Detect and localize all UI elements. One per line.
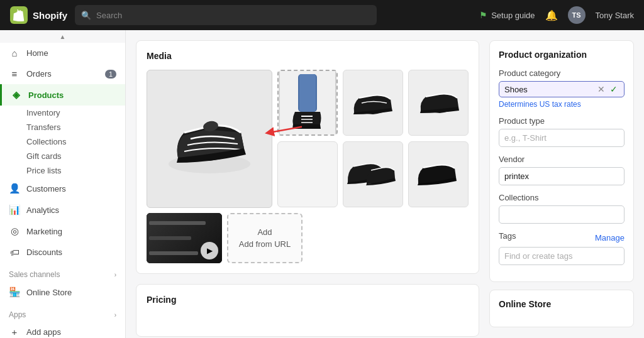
pricing-card-title: Pricing [147,295,469,305]
topbar: Shopify 🔍 ⚑ Setup guide 🔔 TS Tony Stark [0,0,644,30]
media-card: Media [136,40,479,274]
media-card-title: Media [147,51,469,61]
tax-hint: Determines US tax rates [499,100,625,109]
main-content: Media [136,40,479,328]
media-video-thumbnail: ▶ [147,213,222,263]
online-store-icon: 🏪 [9,286,20,298]
sidebar-item-orders[interactable]: ≡ Orders 1 [0,63,125,84]
logo-text: Shopify [33,10,67,21]
add-apps-icon: + [9,327,20,337]
sales-channels-arrow[interactable]: › [114,271,116,278]
online-store-title: Online Store [499,299,625,309]
sidebar-item-analytics[interactable]: 📊 Analytics [0,199,125,221]
media-thumb-2 [343,70,403,136]
sidebar-item-price-lists[interactable]: Price lists [0,163,125,178]
sidebar-item-online-store[interactable]: 🏪 Online Store [0,281,125,303]
product-organization-card: Product organization Product category Sh… [489,40,634,282]
sidebar-sub-label: Transfers [26,123,60,132]
pricing-card: Pricing [136,284,479,337]
avatar: TS [568,6,586,24]
product-organization-title: Product organization [499,50,625,60]
sidebar-item-label: Home [26,48,48,58]
sidebar-item-products[interactable]: ◈ Products [0,84,125,106]
category-value: Shoes [504,85,594,94]
apps-arrow[interactable]: › [114,312,116,319]
collections-input[interactable] [499,205,625,224]
flag-icon: ⚑ [479,10,487,20]
marketing-icon: ◎ [9,226,20,237]
sidebar-item-add-apps[interactable]: + Add apps [0,322,125,338]
notification-bell-icon[interactable]: 🔔 [545,9,558,21]
add-from-url-link[interactable]: Add from URL [239,239,291,249]
sidebar-item-label: Marketing [26,227,62,236]
media-thumb-4 [343,141,403,207]
sidebar-item-customers[interactable]: 👤 Customers [0,178,125,199]
svg-rect-3 [299,74,316,112]
sidebar-item-inventory[interactable]: Inventory [0,106,125,120]
sidebar-sub-label: Gift cards [26,151,62,161]
orders-icon: ≡ [9,68,20,79]
products-icon: ◈ [11,89,22,101]
customers-icon: 👤 [9,183,20,194]
add-label[interactable]: Add [257,227,272,237]
sidebar-item-transfers[interactable]: Transfers [0,120,125,134]
sidebar-sub-label: Collections [26,137,67,146]
sidebar-sub-label: Inventory [26,108,60,117]
sidebar-item-home[interactable]: ⌂ Home [0,43,125,63]
video-play-icon: ▶ [201,242,218,259]
media-thumb-3 [408,70,469,136]
shopify-logo-icon [10,6,28,24]
category-confirm-button[interactable]: ✓ [609,84,619,94]
discounts-icon: 🏷 [9,247,20,258]
category-clear-button[interactable]: ✕ [596,84,606,94]
right-panel: Product organization Product category Sh… [489,40,634,328]
tags-label: Tags [499,231,516,241]
sidebar-item-marketing[interactable]: ◎ Marketing [0,221,125,242]
sidebar-item-label: Analytics [26,205,59,215]
shoe-side [413,150,464,200]
vendor-label: Vendor [499,155,625,164]
media-add-button[interactable]: Add Add from URL [227,213,303,263]
product-type-label: Product type [499,116,625,126]
sidebar-item-label: Customers [26,184,66,194]
media-bottom-row: ▶ Add Add from URL [147,213,469,263]
sidebar-item-label: Add apps [26,327,61,337]
search-icon: 🔍 [81,11,91,20]
sidebar-item-label: Orders [26,69,52,79]
product-type-group: Product type [499,116,625,147]
online-store-card: Online Store [489,290,634,327]
content-area: Media [126,30,644,338]
sidebar-sub-label: Price lists [26,166,62,175]
setup-guide-button[interactable]: ⚑ Setup guide [479,10,535,20]
tags-row: Tags Manage [499,231,625,244]
sidebar-scroll-up[interactable]: ▲ [0,30,125,43]
search-input[interactable] [96,11,370,20]
media-thumb-empty [277,141,338,207]
collections-label: Collections [499,193,625,202]
product-type-input[interactable] [499,129,625,147]
sidebar-item-label: Products [28,90,64,100]
category-actions: ✕ ✓ [596,84,619,94]
search-bar[interactable]: 🔍 [75,5,377,25]
vendor-group: Vendor [499,155,625,185]
vendor-input[interactable] [499,167,625,185]
sidebar-item-gift-cards[interactable]: Gift cards [0,149,125,163]
sidebar-item-discounts[interactable]: 🏷 Discounts [0,242,125,263]
sales-channels-section: Sales channels › [0,263,125,281]
manage-tags-link[interactable]: Manage [595,233,625,243]
category-input-wrap: Shoes ✕ ✓ [499,81,625,97]
sidebar: ▲ ⌂ Home ≡ Orders 1 ◈ Products Inventory… [0,30,126,338]
media-main-image [147,70,272,208]
product-category-group: Product category Shoes ✕ ✓ Determines US… [499,68,625,109]
user-name: Tony Stark [596,11,634,20]
category-label: Product category [499,68,625,78]
shoe-pair-1 [345,150,401,200]
sidebar-item-label: Online Store [26,288,72,297]
tags-group: Tags Manage [499,231,625,265]
apps-section: Apps › [0,303,125,322]
shoe-thumb-3 [413,78,464,128]
main-layout: ▲ ⌂ Home ≡ Orders 1 ◈ Products Inventory… [0,30,644,338]
sidebar-item-collections[interactable]: Collections [0,134,125,149]
orders-badge: 1 [105,70,116,79]
tags-input[interactable] [499,247,625,265]
